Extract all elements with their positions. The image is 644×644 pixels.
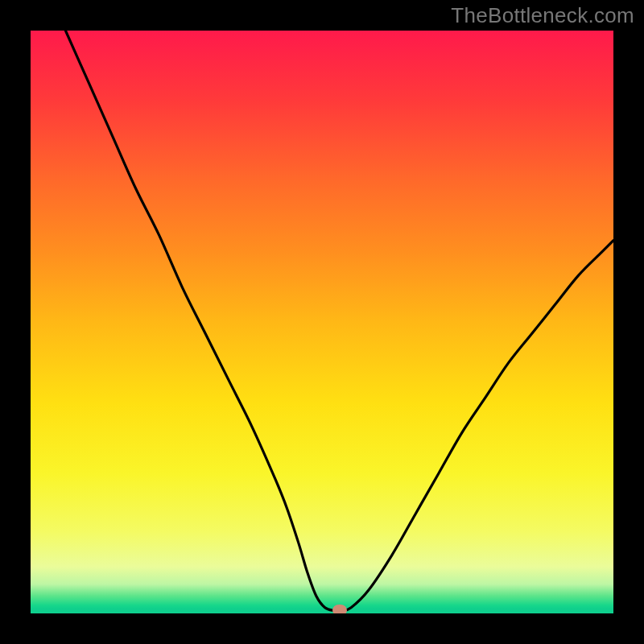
watermark-text: TheBottleneck.com [451, 3, 634, 28]
plot-area [31, 31, 613, 613]
bottleneck-curve [65, 31, 613, 611]
curve-layer [31, 31, 613, 613]
chart-frame: TheBottleneck.com [0, 0, 644, 644]
optimal-point-marker [332, 605, 347, 613]
